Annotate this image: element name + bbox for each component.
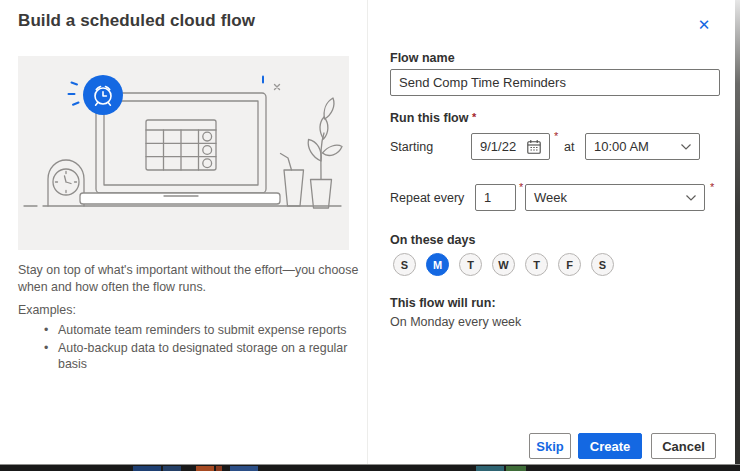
taskbar-fragment	[476, 466, 504, 471]
starting-label: Starting	[390, 140, 433, 154]
calendar-icon[interactable]	[526, 139, 549, 155]
illustration	[18, 56, 349, 250]
repeat-frequency-dropdown[interactable]: Week	[525, 184, 705, 211]
flow-name-label: Flow name	[390, 51, 455, 65]
day-toggle-friday[interactable]: F	[558, 253, 581, 276]
required-mark: *	[472, 111, 476, 123]
repeat-every-label: Repeat every	[390, 191, 464, 205]
day-toggle-saturday[interactable]: S	[591, 253, 614, 276]
illustration-panel	[18, 56, 349, 250]
examples-list: Automate team reminders to submit expens…	[18, 322, 368, 374]
taskbar-fragment	[506, 466, 526, 471]
day-toggle-thursday[interactable]: T	[525, 253, 548, 276]
run-summary-label: This flow will run:	[390, 296, 496, 310]
chevron-down-icon	[685, 194, 704, 202]
scheduled-flow-dialog: Build a scheduled cloud flow ✕	[0, 0, 740, 471]
cancel-button[interactable]: Cancel	[651, 433, 716, 459]
dialog-description: Stay on top of what's important without …	[18, 262, 370, 296]
repeat-frequency-value: Week	[526, 190, 685, 205]
desktop-strip	[0, 464, 740, 471]
on-these-days-label: On these days	[390, 233, 475, 247]
example-item: Auto-backup data to designated storage o…	[18, 340, 368, 372]
required-mark: *	[710, 181, 714, 193]
day-toggle-monday[interactable]: M	[426, 253, 449, 276]
start-time-value: 10:00 AM	[586, 139, 680, 154]
examples-label: Examples:	[18, 303, 76, 317]
taskbar-fragment	[216, 466, 222, 471]
page-title: Build a scheduled cloud flow	[18, 11, 255, 31]
taskbar-fragment	[230, 466, 258, 471]
day-picker: S M T W T F S	[393, 253, 614, 276]
start-date-value: 9/1/22	[472, 139, 526, 154]
day-toggle-wednesday[interactable]: W	[492, 253, 515, 276]
required-mark: *	[519, 181, 523, 193]
create-button[interactable]: Create	[578, 433, 642, 459]
run-summary-text: On Monday every week	[390, 315, 521, 329]
taskbar-fragment	[163, 466, 181, 471]
taskbar-fragment	[196, 466, 214, 471]
close-icon[interactable]: ✕	[692, 13, 716, 37]
required-mark: *	[554, 130, 558, 142]
start-time-dropdown[interactable]: 10:00 AM	[585, 133, 700, 160]
start-date-picker[interactable]: 9/1/22	[471, 133, 550, 160]
run-this-flow-label: Run this flow *	[390, 111, 476, 125]
day-toggle-sunday[interactable]: S	[393, 253, 416, 276]
skip-button[interactable]: Skip	[529, 433, 571, 459]
example-item: Automate team reminders to submit expens…	[18, 322, 368, 338]
flow-name-input[interactable]	[390, 69, 720, 96]
window-right-edge	[735, 0, 740, 464]
chevron-down-icon	[680, 143, 699, 151]
at-label: at	[564, 140, 574, 154]
taskbar-fragment	[133, 466, 161, 471]
repeat-interval-input[interactable]	[475, 184, 516, 211]
column-divider	[367, 0, 368, 464]
day-toggle-tuesday[interactable]: T	[459, 253, 482, 276]
